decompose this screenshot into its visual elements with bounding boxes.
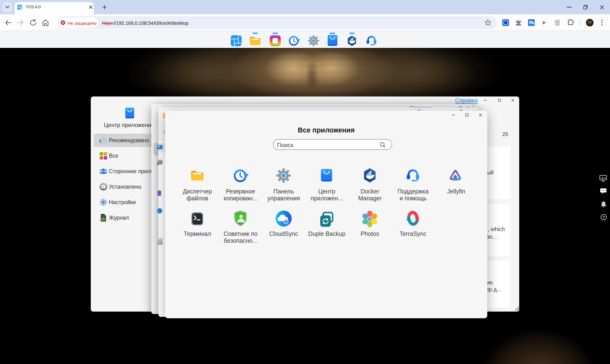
svg-text:LOG: LOG bbox=[101, 219, 104, 221]
svg-text:D: D bbox=[532, 22, 534, 25]
svg-text:?: ? bbox=[603, 215, 605, 219]
